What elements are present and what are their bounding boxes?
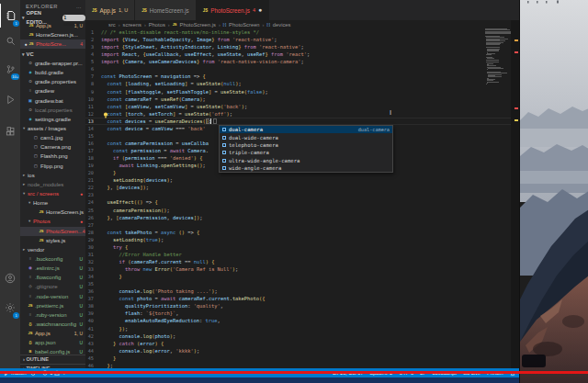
code-line-9[interactable]: 9 const [flashtoggle, setFlashToggle] = … bbox=[85, 88, 519, 96]
code-line-26[interactable]: 26 }, [cameraPermission, devices]); bbox=[85, 214, 519, 221]
code-line-27[interactable]: 27 bbox=[85, 221, 519, 229]
tree-file-gradlew-bat[interactable]: ▣gradlew.bat bbox=[20, 96, 85, 106]
tree-file-gradle-properties[interactable]: Ogradle.properties bbox=[20, 77, 85, 86]
open-editor-item[interactable]: ●JSPhotoScre...4 bbox=[20, 39, 85, 49]
open-editor-item[interactable]: JSHomeScreen.js... bbox=[20, 30, 85, 39]
tab-app-js[interactable]: JSApp.js1, U bbox=[85, 0, 135, 20]
code-line-37[interactable]: 37 const photo = await cameraRef.current… bbox=[85, 295, 519, 302]
code-line-25[interactable]: 25 cameraPermission(); bbox=[85, 207, 519, 214]
lightbulb-icon[interactable] bbox=[103, 112, 108, 118]
tree-file--eslintrc-js[interactable]: ◉.eslintrc.jsU bbox=[20, 264, 85, 273]
outline-section[interactable]: › OUTLINE bbox=[20, 355, 85, 364]
tree-file-app-json[interactable]: {}app.jsonU bbox=[20, 338, 85, 347]
code-line-43[interactable]: 43 } catch (error) { bbox=[85, 340, 519, 347]
breadcrumb-item[interactable]: screens bbox=[123, 22, 141, 28]
code-line-13[interactable]: 13 const devices = useCameraDevices(); bbox=[85, 118, 519, 125]
code-line-11[interactable]: 11 const [camView, setCamView] = useStat… bbox=[85, 103, 519, 110]
tree-file-gradlew[interactable]: ≡gradlew bbox=[20, 86, 85, 96]
tree-file-gradle-wrapper-pr-[interactable]: Ogradle-wrapper.pr... bbox=[20, 59, 85, 68]
suggest-item-telephoto-camera[interactable]: telephoto-camera bbox=[220, 141, 392, 149]
code-line-33[interactable]: 33 throw new Error('Camera Ref is Null')… bbox=[85, 265, 519, 273]
code-line-21[interactable]: 21 setLoading(devices); bbox=[85, 176, 519, 184]
search-icon[interactable] bbox=[0, 28, 20, 52]
extensions-icon[interactable] bbox=[0, 119, 20, 143]
tree-folder-photos[interactable]: ▾Photos● bbox=[20, 217, 85, 226]
breadcrumb-item[interactable]: devices bbox=[273, 22, 291, 28]
tree-folder-src-screens[interactable]: ▾src / screens● bbox=[20, 189, 85, 198]
tree-file--prettierrc-js[interactable]: JS.prettierrc.jsU bbox=[20, 301, 85, 310]
tree-file-flipp-png[interactable]: ▢Flipp.png bbox=[20, 162, 85, 171]
tree-folder-node-modules[interactable]: ▸node_modules bbox=[20, 180, 85, 189]
breadcrumb-item[interactable]: Photos bbox=[149, 22, 165, 28]
tree-file-local-properties[interactable]: Olocal.properties bbox=[20, 106, 85, 115]
run-debug-icon[interactable] bbox=[0, 87, 20, 111]
code-line-4[interactable]: 4import React, {useCallback, useEffect, … bbox=[85, 51, 519, 58]
tab-homescreen-js[interactable]: JSHomeScreen.js bbox=[135, 0, 197, 20]
code-line-22[interactable]: 22 }, [devices]); bbox=[85, 184, 519, 191]
tab-photoscreen-js[interactable]: JSPhotoScreen.js4● bbox=[197, 0, 270, 20]
code-line-41[interactable]: 41 }); bbox=[85, 325, 519, 332]
open-editor-item[interactable]: JSApp.js1, U bbox=[20, 21, 85, 30]
tree-file-homescreen-js[interactable]: JSHomeScreen.js bbox=[20, 208, 85, 217]
tree-folder-vendor[interactable]: ▸vendor bbox=[20, 245, 85, 254]
video-progress-bar[interactable] bbox=[0, 371, 588, 374]
code-line-40[interactable]: 40 enableAutoRedEyeReduction: true, bbox=[85, 317, 519, 324]
tree-file-camera-png[interactable]: ▢Camera.png bbox=[20, 142, 85, 152]
breadcrumb-item[interactable]: PhotoScreen.js bbox=[180, 22, 216, 28]
code-line-10[interactable]: 10 const cameraRef = useRef(Camera); bbox=[85, 96, 519, 103]
code-line-39[interactable]: 39 flash: `${torch}`, bbox=[85, 310, 519, 317]
code-line-44[interactable]: 44 console.log(error, 'kkkk'); bbox=[85, 347, 519, 355]
code-line-36[interactable]: 36 console.log('Photo taking ....'); bbox=[85, 287, 519, 295]
sidebar-more-icon[interactable]: … bbox=[76, 4, 82, 9]
code-line-35[interactable]: 35 bbox=[85, 280, 519, 287]
code-line-42[interactable]: 42 console.log(photo); bbox=[85, 332, 519, 340]
suggest-item-triple-camera[interactable]: triple-camera bbox=[220, 149, 392, 156]
tree-file-photoscreen-[interactable]: JSPhotoScreen...4 bbox=[20, 227, 85, 236]
tree-file-build-gradle[interactable]: ◆build.gradle bbox=[20, 68, 85, 77]
tree-folder-assets-images[interactable]: ▾assets / Images bbox=[20, 124, 85, 133]
explorer-icon[interactable]: 1 bbox=[0, 4, 20, 28]
tree-file-settings-gradle[interactable]: ◆settings.gradle bbox=[20, 115, 85, 124]
code-line-8[interactable]: 8 const [loading, setLoading] = useState… bbox=[85, 80, 519, 87]
suggest-item-dual-camera[interactable]: dual-cameradual-camera bbox=[220, 126, 392, 133]
code-line-23[interactable]: 23 bbox=[85, 191, 519, 198]
code-line-7[interactable]: 7const PhotoScreen = navigation => { bbox=[85, 73, 519, 80]
code-line-28[interactable]: 28 const takePhoto = async () => { bbox=[85, 229, 519, 236]
breadcrumb-item[interactable]: PhotoScreen bbox=[229, 22, 260, 28]
suggest-item-wide-angle-camera[interactable]: wide-angle-camera bbox=[220, 164, 392, 172]
tree-file-flashh-png[interactable]: ▢Flashh.png bbox=[20, 152, 85, 161]
code-line-34[interactable]: 34 } bbox=[85, 273, 519, 280]
code-line-38[interactable]: 38 qualityPrioritization: 'quality', bbox=[85, 302, 519, 310]
code-line-45[interactable]: 45 } bbox=[85, 355, 519, 362]
tree-folder-ios[interactable]: ▸ios bbox=[20, 171, 85, 180]
tree-folder-home[interactable]: ▾Home bbox=[20, 198, 85, 208]
breadcrumb-item[interactable]: src bbox=[108, 22, 116, 28]
source-control-icon[interactable]: 10+ bbox=[0, 57, 20, 81]
tree-file-app-js[interactable]: JSApp.js1, U bbox=[20, 329, 85, 338]
accounts-icon[interactable] bbox=[0, 266, 20, 290]
code-line-1[interactable]: 1// /* eslint-disable react-native/no-in… bbox=[85, 28, 519, 36]
tree-file-styles-js[interactable]: JSstyles.js bbox=[20, 236, 85, 245]
code-line-5[interactable]: 5import {Camera, useCameraDevices} from … bbox=[85, 58, 519, 65]
tree-file-cam1-jpg[interactable]: ▢cam1.jpg bbox=[20, 133, 85, 142]
code-line-2[interactable]: 2import {View, TouchableOpacity, Image} … bbox=[85, 36, 519, 43]
suggest-item-ultra-wide-angle-camera[interactable]: ultra-wide-angle-camera bbox=[220, 157, 392, 164]
settings-gear-icon[interactable]: 1 bbox=[0, 296, 20, 320]
code-line-6[interactable]: 6 bbox=[85, 65, 519, 73]
tree-file--ruby-version[interactable]: ≡.ruby-versionU bbox=[20, 310, 85, 320]
code-line-29[interactable]: 29 setLoading(true); bbox=[85, 236, 519, 243]
suggest-item-dual-wide-camera[interactable]: dual-wide-camera bbox=[220, 133, 392, 141]
code-editor[interactable]: 1// /* eslint-disable react-native/no-in… bbox=[85, 28, 519, 369]
workspace-root[interactable]: ▾VC bbox=[20, 50, 85, 59]
minimap[interactable] bbox=[485, 28, 513, 139]
code-line-30[interactable]: 30 try { bbox=[85, 243, 519, 251]
tree-file--buckconfig[interactable]: ≡.buckconfigU bbox=[20, 254, 85, 264]
code-line-12[interactable]: 12 const [torch, setTorch] = useState('o… bbox=[85, 110, 519, 118]
tree-file--gitignore[interactable]: ◇.gitignoreU bbox=[20, 282, 85, 291]
code-line-3[interactable]: 3import {StyleSheet, ActivityIndicator, … bbox=[85, 43, 519, 51]
tree-file--node-version[interactable]: ≡.node-versionU bbox=[20, 292, 85, 301]
tree-file--watchmanconfig[interactable]: {}.watchmanconfigU bbox=[20, 320, 85, 329]
code-line-32[interactable]: 32 if (cameraRef.current == null) { bbox=[85, 258, 519, 265]
code-line-31[interactable]: 31 //Error Handle better bbox=[85, 251, 519, 258]
code-line-24[interactable]: 24 useEffect(() => { bbox=[85, 198, 519, 206]
